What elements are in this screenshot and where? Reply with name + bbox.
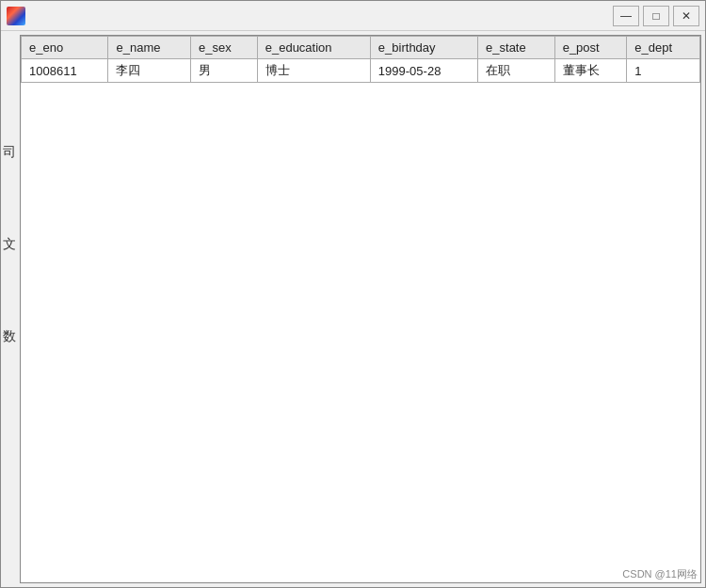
col-header-e_eno: e_eno <box>22 37 108 59</box>
app-icon <box>7 7 25 25</box>
cell-e_birthday: 1999-05-28 <box>370 59 477 83</box>
col-header-e_state: e_state <box>478 37 555 59</box>
cell-e_sex: 男 <box>191 59 258 83</box>
minimize-button[interactable]: — <box>613 6 639 26</box>
main-window: — □ ✕ 司 文 数 e_eno e_name e_sex e_educati… <box>0 0 706 588</box>
side-label-1: 司 <box>1 144 18 161</box>
cell-e_name: 李四 <box>108 59 191 83</box>
watermark: CSDN @11网络 <box>622 567 698 581</box>
col-header-e_dept: e_dept <box>627 37 700 59</box>
col-header-e_post: e_post <box>554 37 627 59</box>
table-container[interactable]: e_eno e_name e_sex e_education e_birthda… <box>20 35 701 583</box>
col-header-e_name: e_name <box>108 37 191 59</box>
col-header-e_sex: e_sex <box>191 37 258 59</box>
data-table: e_eno e_name e_sex e_education e_birthda… <box>21 36 700 83</box>
content-area: 司 文 数 e_eno e_name e_sex e_education e_b… <box>1 31 705 587</box>
close-button[interactable]: ✕ <box>673 6 699 26</box>
cell-e_dept: 1 <box>627 59 700 83</box>
table-row: 1008611李四男博士1999-05-28在职董事长1 <box>22 59 700 83</box>
cell-e_eno: 1008611 <box>22 59 108 83</box>
col-header-e_birthday: e_birthday <box>370 37 477 59</box>
title-left <box>7 7 31 25</box>
title-bar: — □ ✕ <box>1 1 705 31</box>
side-label-3: 数 <box>1 328 18 345</box>
cell-e_education: 博士 <box>257 59 370 83</box>
maximize-button[interactable]: □ <box>643 6 669 26</box>
table-body: 1008611李四男博士1999-05-28在职董事长1 <box>22 59 700 83</box>
col-header-e_education: e_education <box>257 37 370 59</box>
window-controls: — □ ✕ <box>613 6 699 26</box>
cell-e_state: 在职 <box>478 59 555 83</box>
table-header-row: e_eno e_name e_sex e_education e_birthda… <box>22 37 700 59</box>
side-label-2: 文 <box>1 236 18 253</box>
left-labels: 司 文 数 <box>1 31 18 587</box>
cell-e_post: 董事长 <box>554 59 627 83</box>
